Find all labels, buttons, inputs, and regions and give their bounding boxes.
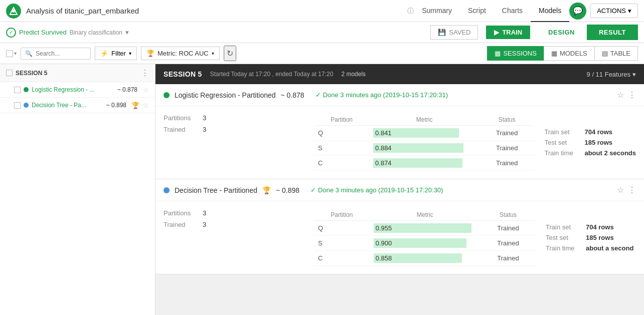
status-col-header: Status	[479, 114, 534, 126]
session-models-count: 2 models	[341, 71, 366, 78]
view-toggle: ▦ SESSIONS ▦ MODELS ▤ TABLE	[488, 46, 638, 61]
models-view-button[interactable]: ▦ MODELS	[544, 46, 595, 61]
train-time-stat: Train time about a second	[546, 244, 636, 252]
toolbar: ▾ 🔍 ⚡ Filter ▾ 🏆 Metric: ROC AUC ▾ ↻ ▦ S…	[0, 43, 644, 64]
model-card-title: Logistic Regression - Partitioned	[175, 91, 276, 99]
table-icon: ▤	[602, 50, 608, 57]
nav-charts[interactable]: Charts	[494, 0, 531, 22]
content-area: SESSION 5 Started Today at 17:20 , ended…	[155, 64, 644, 315]
check-icon: ✓	[310, 186, 316, 194]
partitions-info: Partitions 3	[164, 209, 314, 217]
check-icon: ✓	[315, 91, 321, 99]
tab-result[interactable]: RESULT	[587, 25, 638, 40]
models-grid-icon: ▦	[551, 50, 557, 57]
model-card-header: Decision Tree - Partitioned 🏆 ~ 0.898 ✓ …	[155, 179, 644, 201]
app-title: Analysis of titanic_part_embarked	[26, 7, 403, 15]
nav-actions: 💬 ACTIONS ▾	[569, 3, 638, 20]
more-options-button[interactable]: ⋮	[628, 90, 636, 100]
session-block-title: SESSION 5	[164, 70, 202, 78]
session-menu-icon[interactable]: ⋮	[141, 68, 149, 78]
top-nav: Analysis of titanic_part_embarked ⓘ Summ…	[0, 0, 644, 22]
search-icon: 🔍	[25, 50, 33, 57]
model-info-left: Partitions 3 Trained 3	[164, 209, 314, 266]
chat-button[interactable]: 💬	[569, 3, 586, 20]
train-button[interactable]: ▶ TRAIN	[486, 26, 530, 39]
sidebar-model-row[interactable]: Logistic Regression - ... ~ 0.878 ☆	[0, 82, 155, 98]
search-input[interactable]	[36, 50, 86, 57]
model-score: ~ 0.898	[106, 102, 126, 109]
sidebar-session-title: SESSION 5	[16, 70, 138, 77]
table-view-button[interactable]: ▤ TABLE	[594, 46, 638, 61]
more-options-button[interactable]: ⋮	[628, 185, 636, 195]
partition-col-header: Partition	[314, 209, 370, 221]
session-checkbox[interactable]	[6, 70, 13, 76]
model-status-dot	[24, 103, 29, 108]
train-time-stat: Train time about 2 seconds	[544, 149, 636, 157]
tab-group: 💾 SAVED ▶ TRAIN DESIGN RESULT	[430, 25, 638, 40]
model-done-status: ✓ Done 3 minutes ago (2019-10-15 17:20:3…	[310, 186, 443, 194]
sub-nav: ✓ Predict Survived Binary classification…	[0, 22, 644, 43]
metric-col-header: Metric	[369, 114, 479, 126]
model-card-title: Decision Tree - Partitioned	[175, 186, 257, 194]
search-box[interactable]: 🔍	[21, 48, 91, 60]
metric-select[interactable]: 🏆 Metric: ROC AUC ▾	[141, 47, 220, 60]
partition-row: C 0.874 Trained	[314, 156, 534, 171]
star-icon[interactable]: ☆	[142, 86, 149, 94]
nav-summary[interactable]: Summary	[414, 0, 460, 22]
trophy-icon: 🏆	[131, 102, 139, 109]
sidebar-model-row[interactable]: Decision Tree - Pa... ~ 0.898 🏆 ☆	[0, 98, 155, 113]
trophy-icon: 🏆	[146, 50, 154, 57]
model-card-body: Partitions 3 Trained 3 Partition Metr	[155, 201, 644, 274]
save-icon: 💾	[438, 29, 446, 36]
app-logo[interactable]	[6, 4, 21, 19]
model-stats-right: Train set 704 rows Test set 185 rows Tra…	[534, 114, 636, 171]
partition-table: Partition Metric Status Q	[314, 209, 536, 266]
model-done-status: ✓ Done 3 minutes ago (2019-10-15 17:20:3…	[315, 91, 448, 99]
actions-button[interactable]: ACTIONS ▾	[590, 4, 638, 18]
nav-script[interactable]: Script	[460, 0, 494, 22]
saved-button[interactable]: 💾 SAVED	[430, 25, 478, 40]
session-started-meta: Started Today at 17:20 , ended Today at …	[210, 71, 334, 78]
chevron-down-icon: ▾	[632, 71, 636, 78]
chevron-down-icon: ▾	[212, 51, 214, 56]
model-name: Logistic Regression - ...	[32, 86, 114, 93]
play-icon: ▶	[494, 29, 499, 36]
help-icon[interactable]: ⓘ	[407, 7, 414, 16]
session-features[interactable]: 9 / 11 Features ▾	[587, 71, 636, 78]
model-info-left: Partitions 3 Trained 3	[164, 114, 314, 171]
star-icon[interactable]: ☆	[142, 101, 149, 109]
tab-design[interactable]: DESIGN	[536, 25, 587, 40]
star-button[interactable]: ☆	[617, 90, 624, 100]
model-score: ~ 0.878	[117, 86, 137, 93]
model-checkbox[interactable]	[14, 102, 21, 109]
trophy-icon: 🏆	[262, 186, 271, 194]
trained-info: Trained 3	[164, 126, 314, 133]
partition-row: C 0.858 Trained	[314, 251, 536, 266]
filter-button[interactable]: ⚡ Filter ▾	[95, 47, 137, 60]
partitions-info: Partitions 3	[164, 114, 314, 122]
model-dot	[164, 92, 170, 98]
filter-icon: ⚡	[100, 50, 108, 57]
sessions-grid-icon: ▦	[495, 50, 501, 57]
model-card-body: Partitions 3 Trained 3 Partition Metr	[155, 106, 644, 179]
chevron-down-icon[interactable]: ▾	[14, 51, 17, 56]
test-set-stat: Test set 185 rows	[544, 139, 636, 146]
partition-row: Q 0.955 Trained	[314, 221, 536, 236]
nav-models[interactable]: Models	[531, 0, 569, 22]
chevron-down-icon[interactable]: ▾	[125, 29, 129, 36]
partition-row: Q 0.841 Trained	[314, 126, 534, 141]
trained-info: Trained 3	[164, 221, 314, 228]
sessions-view-button[interactable]: ▦ SESSIONS	[487, 46, 544, 61]
sidebar: SESSION 5 ⋮ Logistic Regression - ... ~ …	[0, 64, 155, 315]
model-card-header: Logistic Regression - Partitioned ~ 0.87…	[155, 84, 644, 106]
refresh-button[interactable]: ↻	[224, 46, 236, 61]
model-checkbox[interactable]	[14, 87, 21, 93]
model-card-score: ~ 0.898	[276, 186, 299, 194]
metric-col-header: Metric	[370, 209, 480, 221]
predict-icon: ✓	[6, 28, 16, 38]
select-all-checkbox[interactable]: ▾	[6, 50, 17, 57]
model-dot	[164, 187, 170, 193]
partition-row: S 0.884 Trained	[314, 141, 534, 156]
sidebar-session-header: SESSION 5 ⋮	[0, 64, 155, 82]
star-button[interactable]: ☆	[617, 185, 624, 195]
